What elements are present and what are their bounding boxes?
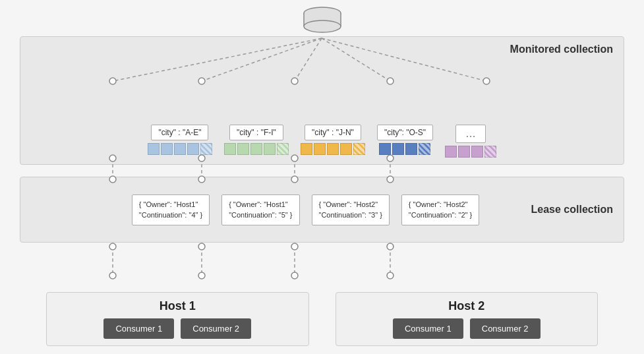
partition-ellipsis-label: … bbox=[455, 125, 486, 143]
block bbox=[148, 143, 160, 155]
partition-os: "city": "O-S" bbox=[377, 125, 433, 155]
host1-consumer1-button[interactable]: Consumer 1 bbox=[103, 318, 174, 339]
lease-card-4: { "Owner": "Host2""Continuation": "2" } bbox=[401, 194, 479, 225]
block bbox=[224, 143, 236, 155]
svg-point-30 bbox=[109, 272, 116, 279]
host2-title: Host 2 bbox=[448, 299, 484, 313]
block bbox=[314, 143, 326, 155]
host1-title: Host 1 bbox=[160, 299, 196, 313]
block bbox=[250, 143, 262, 155]
svg-point-27 bbox=[198, 243, 205, 250]
lease-label: Lease collection bbox=[531, 204, 614, 216]
partition-jn: "city" : "J-N" bbox=[301, 125, 365, 155]
partition-fi-blocks bbox=[224, 143, 289, 155]
block bbox=[161, 143, 173, 155]
database-icon-container bbox=[0, 7, 644, 40]
svg-point-29 bbox=[387, 243, 394, 250]
block bbox=[174, 143, 186, 155]
svg-point-31 bbox=[198, 272, 205, 279]
host1-consumer-row: Consumer 1 Consumer 2 bbox=[103, 318, 251, 339]
partition-os-blocks bbox=[379, 143, 430, 155]
partition-fi: "city" : "F-I" bbox=[224, 125, 289, 155]
block bbox=[264, 143, 276, 155]
block-hatch bbox=[277, 143, 289, 155]
partition-ae-label: "city" : "A-E" bbox=[151, 125, 208, 140]
lease-collection: Lease collection { "Owner": "Host1""Cont… bbox=[20, 177, 624, 243]
host2-consumer-row: Consumer 1 Consumer 2 bbox=[393, 318, 541, 339]
block bbox=[392, 143, 404, 155]
block bbox=[327, 143, 339, 155]
partition-os-label: "city": "O-S" bbox=[377, 125, 433, 140]
database-icon bbox=[303, 7, 342, 40]
block bbox=[458, 146, 470, 158]
lease-card-1: { "Owner": "Host1""Continuation": "4" } bbox=[132, 194, 210, 225]
svg-point-33 bbox=[387, 272, 394, 279]
block-hatch bbox=[200, 143, 212, 155]
partition-ae: "city" : "A-E" bbox=[148, 125, 212, 155]
partition-jn-blocks bbox=[301, 143, 365, 155]
host1-consumer2-button[interactable]: Consumer 2 bbox=[181, 318, 251, 339]
monitored-label: Monitored collection bbox=[510, 44, 613, 55]
block bbox=[379, 143, 391, 155]
block bbox=[340, 143, 352, 155]
block-hatch bbox=[484, 146, 496, 158]
block bbox=[445, 146, 457, 158]
block bbox=[471, 146, 483, 158]
partition-ae-blocks bbox=[148, 143, 212, 155]
partition-fi-label: "city" : "F-I" bbox=[229, 125, 283, 140]
main-container: Monitored collection "city" : "A-E" "cit… bbox=[0, 0, 644, 354]
host2-consumer2-button[interactable]: Consumer 2 bbox=[470, 318, 541, 339]
svg-point-36 bbox=[304, 20, 341, 32]
svg-point-28 bbox=[291, 243, 298, 250]
partition-jn-label: "city" : "J-N" bbox=[305, 125, 361, 140]
block bbox=[237, 143, 249, 155]
host2-consumer1-button[interactable]: Consumer 1 bbox=[393, 318, 463, 339]
lease-card-2: { "Owner": "Host1""Continuation": "5" } bbox=[221, 194, 299, 225]
host1-box: Host 1 Consumer 1 Consumer 2 bbox=[46, 292, 309, 346]
block bbox=[301, 143, 312, 155]
partitions-row: "city" : "A-E" "city" : "F-I" bbox=[20, 125, 624, 158]
host-area: Host 1 Consumer 1 Consumer 2 Host 2 Cons… bbox=[40, 292, 604, 346]
partition-ellipsis: … bbox=[445, 125, 496, 158]
host2-box: Host 2 Consumer 1 Consumer 2 bbox=[336, 292, 599, 346]
block-hatch bbox=[353, 143, 365, 155]
lease-card-3: { "Owner": "Host2""Continuation": "3" } bbox=[312, 194, 390, 225]
block bbox=[187, 143, 199, 155]
svg-point-32 bbox=[291, 272, 298, 279]
block bbox=[405, 143, 417, 155]
partition-ellipsis-blocks bbox=[445, 146, 496, 158]
monitored-collection: Monitored collection "city" : "A-E" "cit… bbox=[20, 36, 624, 165]
svg-point-26 bbox=[109, 243, 116, 250]
block-hatch bbox=[419, 143, 430, 155]
